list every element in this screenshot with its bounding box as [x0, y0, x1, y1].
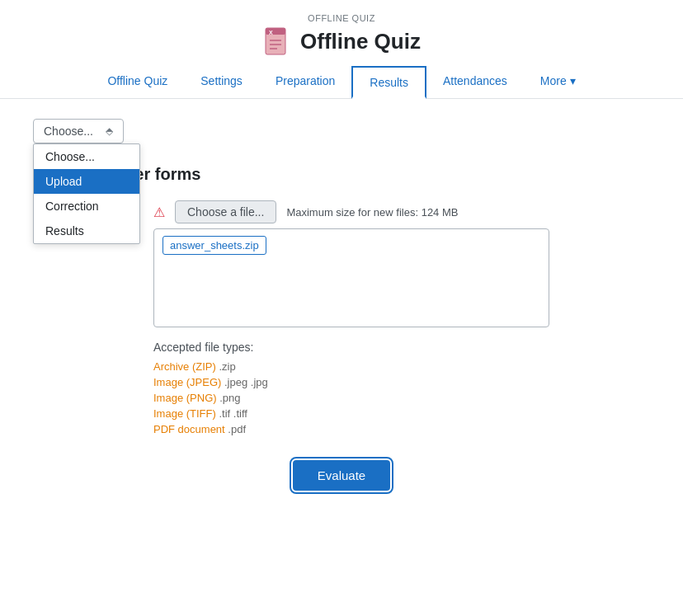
file-type-tiff: Image (TIFF) .tif .tiff: [153, 407, 650, 420]
file-type-zip-name: Archive (ZIP): [153, 360, 216, 373]
action-dropdown-container: Choose... ⬘ Choose... Upload Correction …: [33, 119, 124, 143]
file-type-pdf: PDF document .pdf: [153, 423, 650, 435]
file-type-zip-ext: .zip: [219, 360, 235, 373]
file-type-jpeg: Image (JPEG) .jpeg .jpg: [153, 376, 650, 388]
file-type-png-ext: .png: [219, 392, 240, 404]
dropdown-option-results[interactable]: Results: [34, 219, 139, 243]
error-icon: ⚠: [153, 205, 165, 220]
nav-item-attendances[interactable]: Attendances: [426, 66, 524, 98]
evaluate-container: Evaluate: [33, 460, 650, 491]
dropdown-option-correction[interactable]: Correction: [34, 194, 139, 219]
dropdown-option-upload[interactable]: Upload: [34, 169, 139, 194]
nav-item-more[interactable]: More ▾: [524, 66, 592, 98]
action-dropdown-trigger[interactable]: Choose... ⬘: [33, 119, 124, 143]
nav-item-settings[interactable]: Settings: [184, 66, 259, 98]
file-type-jpeg-name: Image (JPEG): [153, 376, 221, 388]
main-content: Choose... ⬘ Choose... Upload Correction …: [0, 99, 683, 510]
nav-item-offline-quiz[interactable]: Offline Quiz: [91, 66, 184, 98]
svg-text:X: X: [269, 30, 273, 35]
evaluate-button[interactable]: Evaluate: [293, 460, 390, 491]
file-type-pdf-name: PDF document: [153, 423, 225, 435]
page-header: OFFLINE QUIZ X Offline Quiz Offline Quiz…: [0, 0, 683, 99]
file-type-tiff-name: Image (TIFF): [153, 407, 216, 420]
quiz-icon: X: [262, 26, 292, 56]
chevron-down-icon: ⬘: [106, 125, 113, 137]
nav-item-results[interactable]: Results: [351, 66, 426, 99]
page-subtitle: OFFLINE QUIZ: [0, 13, 683, 23]
page-title: Offline Quiz: [300, 29, 421, 54]
accepted-types-title: Accepted file types:: [153, 341, 650, 354]
accepted-types-section: Accepted file types: Archive (ZIP) .zip …: [153, 341, 650, 435]
file-type-zip: Archive (ZIP) .zip: [153, 360, 650, 373]
choose-file-button[interactable]: Choose a file...: [175, 200, 276, 223]
file-type-png-name: Image (PNG): [153, 392, 217, 404]
action-dropdown-menu: Choose... Upload Correction Results: [33, 143, 140, 244]
file-type-pdf-ext: .pdf: [228, 423, 246, 435]
file-list-area: answer_sheets.zip: [153, 228, 549, 327]
nav-item-preparation[interactable]: Preparation: [259, 66, 351, 98]
file-type-png: Image (PNG) .png: [153, 392, 650, 404]
main-nav: Offline Quiz Settings Preparation Result…: [0, 66, 683, 98]
file-type-list: Archive (ZIP) .zip Image (JPEG) .jpeg .j…: [153, 360, 650, 435]
title-row: X Offline Quiz: [0, 26, 683, 56]
dropdown-option-choose[interactable]: Choose...: [34, 144, 139, 169]
uploaded-file-tag[interactable]: answer_sheets.zip: [163, 236, 266, 255]
max-size-text: Maximum size for new files: 124 MB: [286, 206, 458, 219]
file-type-jpeg-ext: .jpeg .jpg: [224, 376, 268, 388]
dropdown-trigger-label: Choose...: [44, 125, 93, 138]
file-upload-field: ⚠ Choose a file... Maximum size for new …: [153, 200, 650, 327]
file-choose-row: ⚠ Choose a file... Maximum size for new …: [153, 200, 650, 223]
file-type-tiff-ext: .tif .tiff: [219, 407, 247, 420]
